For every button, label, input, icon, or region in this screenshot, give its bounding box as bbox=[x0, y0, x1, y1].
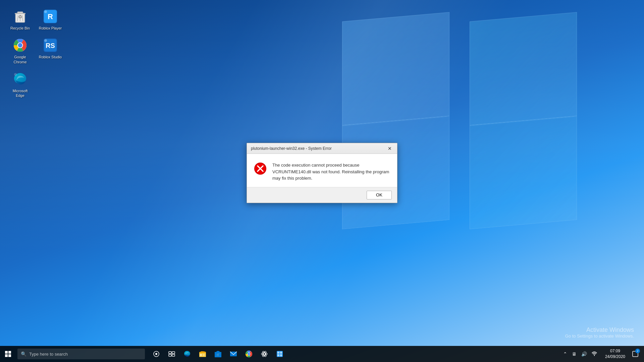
svg-text:🛒: 🛒 bbox=[216, 353, 220, 356]
notification-badge: 2 bbox=[635, 349, 640, 353]
switch-svg bbox=[168, 351, 175, 357]
mail-svg bbox=[230, 350, 237, 358]
svg-point-45 bbox=[248, 353, 250, 355]
taskbar-right: ⌃ 🖥 🔊 07:09 24/09/2020 bbox=[559, 346, 644, 362]
dialog-title: plutonium-launcher-win32.exe - System Er… bbox=[251, 146, 332, 151]
dialog-titlebar: plutonium-launcher-win32.exe - System Er… bbox=[247, 143, 397, 154]
svg-rect-31 bbox=[169, 352, 171, 354]
taskbar-explorer-icon[interactable] bbox=[195, 347, 210, 361]
clock-time: 07:09 bbox=[610, 348, 620, 354]
dialog-body: The code execution cannot proceed becaus… bbox=[247, 154, 397, 187]
svg-rect-26 bbox=[8, 351, 11, 354]
svg-point-46 bbox=[263, 353, 265, 355]
search-bar[interactable]: 🔍 Type here to search bbox=[17, 349, 145, 359]
search-icon: 🔍 bbox=[21, 351, 26, 357]
svg-point-30 bbox=[155, 353, 157, 355]
clock-date: 24/09/2020 bbox=[605, 354, 625, 360]
windows-logo-icon bbox=[5, 351, 11, 357]
taskbar: 🔍 Type here to search bbox=[0, 346, 644, 362]
taskview-svg bbox=[153, 351, 160, 357]
svg-rect-39 bbox=[203, 355, 205, 356]
tray-arrow-icon[interactable]: ⌃ bbox=[562, 350, 569, 358]
tray-wifi-icon[interactable] bbox=[590, 350, 598, 359]
taskbar-atom-icon[interactable] bbox=[257, 347, 272, 361]
dialog-footer: OK bbox=[247, 187, 397, 203]
svg-rect-53 bbox=[277, 354, 279, 356]
dialog-overlay: plutonium-launcher-win32.exe - System Er… bbox=[0, 0, 644, 346]
taskbar-edge-svg bbox=[183, 350, 191, 358]
app-svg bbox=[276, 350, 283, 358]
svg-rect-52 bbox=[280, 352, 282, 354]
dialog-message: The code execution cannot proceed becaus… bbox=[272, 162, 390, 182]
taskbar-chrome-icon[interactable] bbox=[241, 347, 256, 361]
desktop: ♻ Recycle Bin R Roblox Player bbox=[0, 0, 644, 362]
svg-rect-54 bbox=[280, 354, 282, 356]
error-dialog: plutonium-launcher-win32.exe - System Er… bbox=[247, 143, 397, 203]
taskbar-edge-icon[interactable] bbox=[180, 347, 195, 361]
taskbar-mail-icon[interactable] bbox=[226, 347, 241, 361]
svg-rect-34 bbox=[172, 354, 175, 356]
svg-rect-33 bbox=[169, 354, 171, 356]
svg-rect-38 bbox=[203, 354, 205, 355]
taskbar-app-icon[interactable] bbox=[272, 347, 287, 361]
taskbar-center-icons: 🛒 bbox=[149, 346, 287, 362]
dialog-close-button[interactable]: ✕ bbox=[386, 145, 393, 152]
clock[interactable]: 07:09 24/09/2020 bbox=[602, 348, 628, 360]
svg-rect-28 bbox=[8, 354, 11, 357]
svg-rect-27 bbox=[5, 354, 8, 357]
svg-rect-37 bbox=[200, 354, 202, 356]
svg-rect-32 bbox=[172, 352, 175, 354]
svg-rect-25 bbox=[5, 351, 8, 354]
tray-network-icon[interactable]: 🖥 bbox=[571, 350, 578, 358]
store-svg: 🛒 bbox=[214, 350, 222, 358]
explorer-svg bbox=[199, 350, 206, 358]
system-tray: ⌃ 🖥 🔊 bbox=[559, 350, 601, 359]
dialog-ok-button[interactable]: OK bbox=[367, 191, 392, 199]
wifi-svg bbox=[592, 351, 597, 356]
taskbar-store-icon[interactable]: 🛒 bbox=[211, 347, 225, 361]
taskbar-chrome-svg bbox=[245, 350, 253, 358]
start-button[interactable] bbox=[0, 346, 16, 362]
dialog-content: The code execution cannot proceed becaus… bbox=[254, 162, 390, 182]
taskbar-switch-icon[interactable] bbox=[164, 347, 179, 361]
svg-rect-51 bbox=[277, 352, 279, 354]
search-placeholder: Type here to search bbox=[29, 352, 68, 357]
error-icon bbox=[254, 162, 267, 175]
tray-volume-icon[interactable]: 🔊 bbox=[580, 350, 588, 358]
notification-button[interactable]: 2 bbox=[629, 346, 641, 362]
taskbar-taskview-icon[interactable] bbox=[149, 347, 164, 361]
atom-svg bbox=[261, 350, 268, 358]
